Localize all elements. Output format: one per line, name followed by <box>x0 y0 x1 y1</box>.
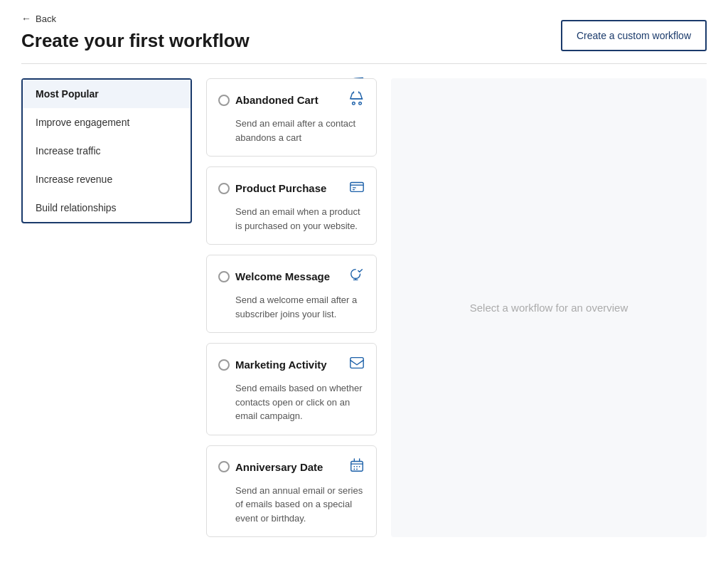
sidebar-item-improve-engagement[interactable]: Improve engagement <box>23 108 191 137</box>
workflow-card-abandoned-cart[interactable]: Abandoned CartSend an email after a cont… <box>206 78 377 157</box>
workflow-card-anniversary-date[interactable]: Anniversary DateSend an annual email or … <box>206 445 377 538</box>
card-title-anniversary-date: Anniversary Date <box>235 461 323 473</box>
card-header-welcome-message: Welcome Message <box>218 267 365 286</box>
radio-product-purchase[interactable] <box>218 183 230 194</box>
product-purchase-icon <box>349 179 365 198</box>
back-label: Back <box>36 14 56 24</box>
card-header-anniversary-date: Anniversary Date <box>218 457 365 477</box>
back-arrow-icon: ← <box>21 13 31 24</box>
marketing-activity-icon <box>349 355 365 374</box>
back-link[interactable]: ← Back <box>21 13 561 24</box>
radio-abandoned-cart[interactable] <box>218 95 230 106</box>
card-desc-marketing-activity: Send emails based on whether contacts op… <box>218 381 365 423</box>
sidebar-item-build-relationships[interactable]: Build relationships <box>23 194 191 222</box>
page-title: Create your first workflow <box>21 30 561 52</box>
card-desc-abandoned-cart: Send an email after a contact abandons a… <box>218 117 365 144</box>
card-header-marketing-activity: Marketing Activity <box>218 355 365 374</box>
workflow-card-marketing-activity[interactable]: Marketing ActivitySend emails based on w… <box>206 343 377 435</box>
card-title-welcome-message: Welcome Message <box>235 270 330 282</box>
sidebar-item-increase-traffic[interactable]: Increase traffic <box>23 137 191 165</box>
card-desc-anniversary-date: Send an annual email or series of emails… <box>218 484 365 526</box>
welcome-message-icon <box>349 267 365 286</box>
card-title-product-purchase: Product Purchase <box>235 182 326 194</box>
card-header-product-purchase: Product Purchase <box>218 179 365 198</box>
sidebar-item-most-popular[interactable]: Most Popular <box>23 80 191 108</box>
svg-rect-0 <box>350 183 363 192</box>
card-title-abandoned-cart: Abandoned Cart <box>235 94 318 106</box>
create-custom-workflow-button[interactable]: Create a custom workflow <box>561 20 707 51</box>
radio-anniversary-date[interactable] <box>218 461 230 472</box>
radio-marketing-activity[interactable] <box>218 359 230 371</box>
page-header: ← Back Create your first workflow Create… <box>0 0 728 52</box>
anniversary-date-icon <box>349 457 365 477</box>
overview-panel: Select a workflow for an overview <box>391 78 707 537</box>
main-content: Most PopularImprove engagementIncrease t… <box>0 64 728 551</box>
title-section: ← Back Create your first workflow <box>21 13 561 52</box>
card-title-marketing-activity: Marketing Activity <box>235 359 327 371</box>
abandoned-cart-icon <box>349 90 365 110</box>
svg-rect-1 <box>350 358 363 369</box>
card-desc-product-purchase: Send an email when a product is purchase… <box>218 205 365 233</box>
radio-welcome-message[interactable] <box>218 271 230 282</box>
card-header-abandoned-cart: Abandoned Cart <box>218 90 365 110</box>
workflow-card-welcome-message[interactable]: Welcome MessageSend a welcome email afte… <box>206 255 377 333</box>
workflow-cards-list: Abandoned CartSend an email after a cont… <box>206 78 377 537</box>
card-desc-welcome-message: Send a welcome email after a subscriber … <box>218 293 365 321</box>
sidebar: Most PopularImprove engagementIncrease t… <box>21 78 192 223</box>
workflow-card-product-purchase[interactable]: Product PurchaseSend an email when a pro… <box>206 166 377 245</box>
sidebar-item-increase-revenue[interactable]: Increase revenue <box>23 165 191 194</box>
overview-placeholder: Select a workflow for an overview <box>470 302 628 314</box>
